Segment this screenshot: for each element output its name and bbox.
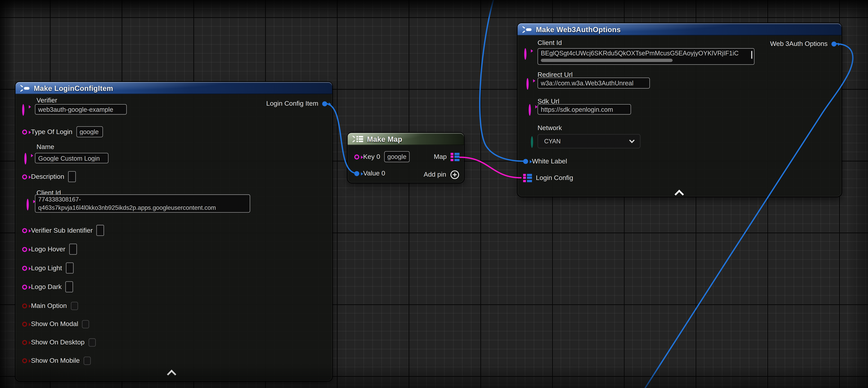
input-pin-logo-hover[interactable] [22,247,27,251]
pin-label-login-config: Login Config [536,174,573,182]
add-pin-label: Add pin [424,171,446,178]
network-dropdown-value: CYAN [544,138,561,145]
logo-dark-field[interactable] [65,281,73,292]
node-header[interactable]: Make Map [348,133,464,145]
input-pin-value-0[interactable] [354,171,359,176]
node-title: Make Map [367,135,402,143]
pin-label-logo-light: Logo Light [31,264,62,272]
field-horizontal-scrollbar[interactable] [541,58,673,62]
input-pin-client-id[interactable] [27,199,29,210]
name-field[interactable]: Google Custom Login [35,153,108,163]
pin-row-verifier-sub-identifier: Verifier Sub Identifier [22,224,104,237]
type-of-login-field[interactable]: google [76,126,103,137]
pin-label-show-on-desktop: Show On Desktop [31,338,85,346]
pin-row-show-on-desktop: Show On Desktop [22,335,96,349]
pin-row-show-on-mobile: Show On Mobile [22,354,91,367]
show-on-mobile-checkbox[interactable] [84,356,91,364]
pin-label-show-on-mobile: Show On Mobile [31,357,80,364]
network-dropdown[interactable]: CYAN [537,134,640,148]
output-pin-row-map: Map [434,150,459,163]
output-pin-map-icon[interactable] [451,153,459,161]
pin-row-logo-light: Logo Light [22,262,73,275]
input-pin-logo-light[interactable] [22,266,27,270]
pin-row-logo-dark: Logo Dark [22,280,73,293]
pin-label-logo-dark: Logo Dark [31,283,62,291]
redirect-url-field[interactable]: w3a://com.w3a.Web3AuthUnreal [537,78,650,89]
chevron-down-icon [629,138,634,143]
show-on-modal-checkbox[interactable] [82,320,90,328]
output-pin-label: Web 3Auth Options [770,40,828,48]
node-make-loginconfigitem[interactable]: Make LoginConfigItem Login Config Item V… [16,82,332,381]
client-id-field[interactable]: BEglQSgt4cUWcj6SKRdu5QkOXTsePmMcusG5EAoy… [537,48,754,65]
collapse-node-chevron-icon[interactable] [676,189,682,196]
input-pin-redirect-url[interactable] [526,78,529,90]
pin-label-white-label: White Label [532,157,567,165]
pin-row-type-of-login: Type Of Login google [22,125,103,139]
add-pin-row: Add pin [424,168,459,181]
output-pin-web3auth-options[interactable] [832,41,836,46]
pin-label-main-option: Main Option [31,302,67,309]
pin-label-type-of-login: Type Of Login [31,128,72,136]
input-pin-main-option[interactable] [22,303,27,308]
client-id-field[interactable]: 774338308167-q463s7kpvja16l4l0kko3nb925i… [35,195,250,213]
logo-light-field[interactable] [66,262,73,273]
pin-label-network: Network [537,124,562,132]
pin-row-white-label: White Label [523,155,567,168]
pin-label-key-0: Key 0 [363,153,380,160]
input-pin-description[interactable] [22,174,27,179]
output-pin-row: Web 3Auth Options [770,37,836,50]
input-pin-verifier[interactable] [22,104,24,116]
node-make-web3authoptions[interactable]: Make Web3AuthOptions Web 3Auth Options C… [518,23,841,197]
text-cursor [751,51,752,59]
input-pin-name[interactable] [25,153,27,165]
output-pin-row: Login Config Item [266,97,327,110]
input-pin-logo-dark[interactable] [22,284,27,289]
output-pin-label-map: Map [434,153,447,160]
verifier-sub-identifier-field[interactable] [97,225,104,236]
node-title: Make LoginConfigItem [34,84,113,92]
pin-label-logo-hover: Logo Hover [31,245,65,253]
pin-label-show-on-modal: Show On Modal [31,320,78,328]
input-pin-verifier-sub-identifier[interactable] [22,228,27,233]
make-struct-icon [522,26,532,33]
pin-row-value-0: Value 0 [354,167,385,180]
pin-label-description: Description [31,173,64,180]
input-pin-sdk-url[interactable] [529,104,531,116]
sdk-url-field[interactable]: https://sdk.openlogin.com [537,104,631,115]
node-header[interactable]: Make LoginConfigItem [16,82,332,94]
output-pin-label: Login Config Item [266,100,318,108]
pin-row-description: Description [22,170,76,183]
input-pin-show-on-modal[interactable] [22,321,27,326]
pin-row-main-option: Main Option [22,299,78,312]
make-map-icon [352,135,364,143]
make-struct-icon [20,84,30,92]
pin-label-name: Name [36,143,54,151]
input-pin-show-on-desktop[interactable] [22,340,27,345]
add-pin-plus-icon[interactable] [450,170,459,179]
description-field[interactable] [68,171,76,182]
input-pin-show-on-mobile[interactable] [22,358,27,363]
node-make-map[interactable]: Make Map Key 0 google Map Value 0 Add pi… [348,133,464,183]
input-pin-login-config-icon[interactable] [523,174,532,182]
pin-row-show-on-modal: Show On Modal [22,317,89,330]
pin-label-value-0: Value 0 [363,169,385,177]
input-pin-client-id[interactable] [524,48,526,60]
logo-hover-field[interactable] [69,244,77,255]
blueprint-graph-editor[interactable]: Make LoginConfigItem Login Config Item V… [0,0,868,388]
main-option-checkbox[interactable] [71,301,78,310]
input-pin-white-label[interactable] [523,159,528,163]
pin-row-key-0: Key 0 google [354,150,409,163]
pin-label-client-id: Client Id [537,39,562,47]
show-on-desktop-checkbox[interactable] [89,338,96,347]
pin-row-logo-hover: Logo Hover [22,242,77,256]
verifier-field[interactable]: web3auth-google-example [35,104,127,115]
node-header[interactable]: Make Web3AuthOptions [518,23,841,35]
pin-label-verifier: Verifier [36,96,57,104]
input-pin-type-of-login[interactable] [22,129,27,134]
input-pin-network[interactable] [531,136,533,148]
pin-label-verifier-sub-identifier: Verifier Sub Identifier [31,227,93,234]
collapse-node-chevron-icon[interactable] [168,369,175,376]
key-0-field[interactable]: google [384,151,409,162]
input-pin-key-0[interactable] [354,154,359,159]
output-pin-login-config-item[interactable] [322,101,327,106]
